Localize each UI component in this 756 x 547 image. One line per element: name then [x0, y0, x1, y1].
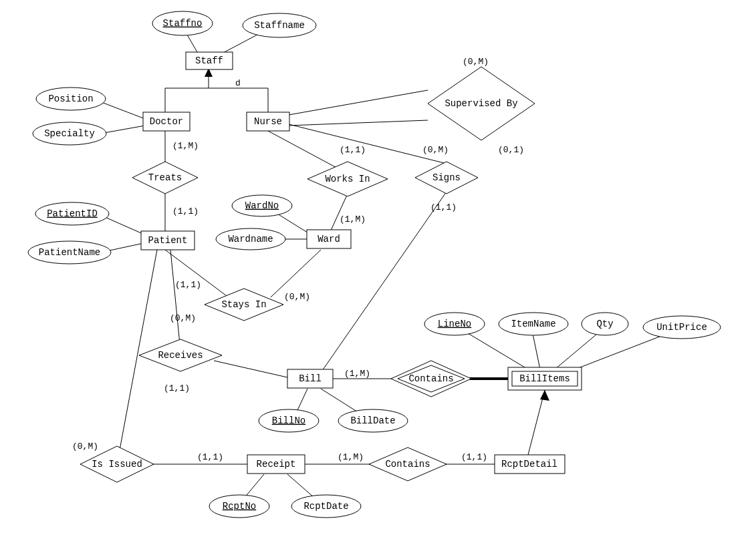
- conn-receives-bill: [214, 361, 287, 377]
- attr-staffno-label: Staffno: [163, 18, 203, 29]
- entity-staff-label: Staff: [195, 55, 223, 66]
- conn-staff-doctor: [165, 68, 209, 112]
- entity-billitems-label: BillItems: [519, 373, 570, 384]
- card-rec-11: (1,1): [164, 383, 190, 393]
- arrow-billitems: [540, 390, 549, 401]
- card-works-11: (1,1): [340, 145, 366, 155]
- conn-specialty-doctor: [100, 126, 145, 134]
- entity-receipt-label: Receipt: [257, 459, 296, 470]
- attr-lineno-label: LineNo: [438, 319, 471, 329]
- rel-contains1-label: Contains: [408, 373, 453, 384]
- attr-billno-label: BillNo: [272, 415, 305, 426]
- conn-staff-nurse: [209, 88, 268, 112]
- card-works-1M: (1,M): [340, 214, 366, 224]
- entity-nurse-label: Nurse: [254, 116, 282, 127]
- conn-nurse-supervised-top: [289, 90, 428, 115]
- entity-ward-label: Ward: [318, 234, 340, 244]
- card-treats-1M: (1,M): [172, 141, 199, 151]
- conn-rcptdetail-billitems: [528, 390, 545, 455]
- card-stays-11: (1,1): [175, 280, 201, 290]
- attr-patientid-label: PatientID: [47, 208, 98, 219]
- rel-worksin-label: Works In: [325, 174, 370, 184]
- attr-itemname-label: ItemName: [511, 319, 555, 329]
- card-iss-11: (1,1): [197, 452, 223, 462]
- attr-position-label: Position: [48, 94, 93, 104]
- conn-nurse-signs: [289, 124, 447, 164]
- attr-specialty-label: Specialty: [44, 128, 95, 139]
- attr-unitprice-label: UnitPrice: [656, 322, 707, 333]
- card-cont2-11: (1,1): [461, 452, 487, 462]
- attr-rcptdate-label: RcptDate: [303, 501, 348, 512]
- card-sup-0M: (0,M): [463, 57, 489, 67]
- rel-supervisedby-label: Supervised By: [445, 98, 517, 109]
- card-treats-11: (1,1): [172, 206, 199, 216]
- rel-receives-label: Receives: [158, 350, 203, 361]
- conn-worksin-ward: [331, 194, 348, 230]
- conn-patient-receives: [170, 250, 180, 351]
- card-sup-01: (0,1): [498, 145, 524, 155]
- er-diagram: Staffno Staffname Position Specialty Pat…: [0, 0, 756, 547]
- entity-patient-label: Patient: [148, 235, 188, 246]
- attr-patientname-label: PatientName: [39, 247, 100, 258]
- attr-staffname-label: Staffname: [254, 20, 305, 31]
- attr-wardname-label: Wardname: [228, 234, 273, 244]
- conn-patientid-patient: [100, 215, 146, 235]
- conn-staysin-ward: [271, 250, 321, 297]
- card-signs-11: (1,1): [430, 202, 457, 212]
- card-stays-0M: (0,M): [284, 292, 310, 302]
- entity-doctor-label: Doctor: [150, 116, 183, 127]
- rel-signs-label: Signs: [432, 172, 461, 183]
- rel-isissued-label: Is Issued: [92, 459, 142, 470]
- entity-rcptdetail-label: RcptDetail: [501, 459, 557, 470]
- rel-contains2-label: Contains: [385, 459, 430, 470]
- entity-bill-label: Bill: [299, 373, 322, 384]
- card-cont2-1M: (1,M): [338, 452, 364, 462]
- rel-staysin-label: Stays In: [221, 299, 266, 310]
- attr-qty-label: Qty: [596, 319, 613, 329]
- rel-treats-label: Treats: [148, 172, 182, 183]
- card-iss-0M: (0,M): [72, 441, 98, 451]
- card-cont1-1M: (1,M): [344, 369, 370, 379]
- inheritance-d: d: [235, 78, 241, 88]
- attr-rcptno-label: RcptNo: [223, 501, 256, 512]
- card-signs-0M: (0,M): [422, 145, 449, 155]
- svg-line-0: [289, 120, 428, 126]
- card-rec-0M: (0,M): [170, 313, 196, 323]
- attr-billdate-label: BillDate: [350, 415, 395, 426]
- attr-wardno-label: WardNo: [245, 200, 279, 211]
